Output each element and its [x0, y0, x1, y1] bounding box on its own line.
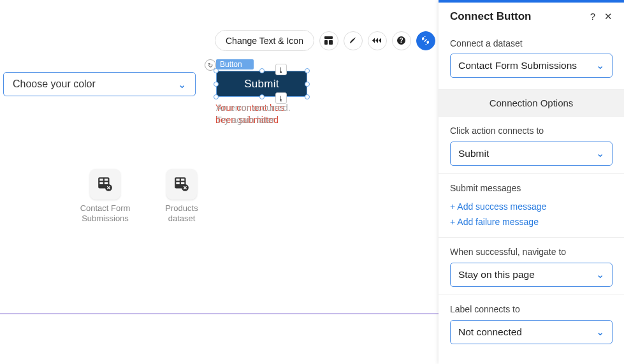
add-failure-message-link[interactable]: + Add failure message: [450, 214, 613, 229]
editor-canvas[interactable]: Choose your color ⌄ Change Text & Icon ?…: [0, 0, 439, 364]
click-action-label: Click action connects to: [450, 126, 613, 136]
help-icon[interactable]: ?: [392, 31, 411, 50]
svg-rect-0: [324, 36, 333, 39]
resize-handle[interactable]: [305, 82, 310, 87]
element-type-tag: Button: [216, 59, 254, 69]
label-connects-dropdown[interactable]: Not connected ⌄: [450, 320, 613, 344]
svg-rect-1: [324, 40, 328, 45]
failure-message-overlay: An error occurred. Try again later: [216, 102, 308, 126]
navigate-section: When successful, navigate to Stay on thi…: [439, 238, 624, 295]
label-connects-value: Not connected: [458, 326, 596, 338]
connect-panel: Connect Button ? ✕ Connect a dataset Con…: [439, 0, 624, 364]
chevron-down-icon: ⌄: [596, 148, 604, 159]
chevron-down-icon: ⌄: [178, 78, 186, 91]
svg-rect-15: [181, 182, 184, 184]
section-divider: [0, 313, 439, 314]
animation-icon[interactable]: [368, 31, 387, 50]
resize-handle[interactable]: [259, 68, 265, 73]
chevron-down-icon: ⌄: [596, 60, 604, 71]
connect-data-icon[interactable]: [416, 31, 435, 50]
svg-text:?: ?: [400, 37, 403, 44]
layout-icon[interactable]: [319, 31, 338, 50]
svg-rect-7: [105, 178, 108, 180]
dataset-item[interactable]: Products dataset: [156, 169, 207, 223]
navigate-dropdown[interactable]: Stay on this page ⌄: [450, 263, 613, 287]
svg-rect-14: [176, 182, 179, 184]
resize-handle[interactable]: [305, 94, 310, 99]
navigate-value: Stay on this page: [458, 269, 596, 280]
change-text-icon-button[interactable]: Change Text & Icon: [215, 30, 314, 51]
dataset-label: Contact Form Submissions: [80, 203, 131, 223]
navigate-label: When successful, navigate to: [450, 247, 613, 257]
label-connects-section: Label connects to Not connected ⌄: [439, 295, 624, 352]
chevron-down-icon: ⌄: [596, 269, 604, 280]
resize-handle[interactable]: [305, 68, 310, 73]
svg-rect-13: [181, 178, 184, 180]
color-dropdown[interactable]: Choose your color ⌄: [3, 72, 196, 96]
chevron-down-icon: ⌄: [596, 326, 604, 338]
submit-button-element[interactable]: Submit: [216, 71, 307, 97]
connection-options-header: Connection Options: [439, 89, 624, 117]
connect-dataset-label: Connect a dataset: [450, 38, 613, 48]
svg-rect-2: [329, 40, 333, 45]
close-icon[interactable]: ✕: [604, 11, 613, 22]
connect-dataset-value: Contact Form Submissions: [458, 60, 596, 71]
svg-rect-8: [99, 182, 103, 184]
panel-scroll[interactable]: Click action connects to Submit ⌄ Submit…: [439, 117, 624, 364]
svg-rect-12: [176, 178, 179, 180]
label-connects-label: Label connects to: [450, 304, 613, 314]
submit-messages-section: Submit messages + Add success message + …: [439, 174, 624, 238]
download-marker-top-icon[interactable]: ⭳: [275, 64, 287, 75]
color-dropdown-placeholder: Choose your color: [13, 78, 96, 90]
resize-handle[interactable]: [259, 94, 265, 99]
panel-header: Connect Button ? ✕: [439, 3, 624, 32]
dataset-item[interactable]: Contact Form Submissions: [80, 169, 131, 223]
connect-dataset-section: Connect a dataset Contact Form Submissio…: [439, 32, 624, 89]
submit-button-label: Submit: [244, 78, 279, 91]
element-toolbar: Change Text & Icon ?: [215, 30, 435, 51]
change-text-label: Change Text & Icon: [226, 36, 303, 46]
connect-dataset-dropdown[interactable]: Contact Form Submissions ⌄: [450, 54, 613, 78]
click-action-value: Submit: [458, 148, 596, 159]
dataset-label: Products dataset: [156, 203, 207, 223]
help-icon[interactable]: ?: [590, 11, 595, 22]
resize-handle[interactable]: [214, 94, 219, 99]
svg-rect-9: [105, 182, 108, 184]
dataset-icon: [166, 169, 197, 200]
datasets-group: Contact Form Submissions Products datase…: [80, 169, 207, 223]
click-action-section: Click action connects to Submit ⌄: [439, 117, 624, 174]
dataset-icon: [90, 169, 120, 200]
panel-title: Connect Button: [450, 10, 531, 23]
add-success-message-link[interactable]: + Add success message: [450, 199, 613, 214]
design-brush-icon[interactable]: [344, 31, 363, 50]
resize-handle[interactable]: [214, 68, 219, 73]
resize-handle[interactable]: [214, 82, 219, 87]
svg-rect-6: [99, 178, 103, 180]
submit-messages-label: Submit messages: [450, 183, 613, 193]
selected-element[interactable]: ↻ Button Submit ⭳ ⭳: [216, 71, 307, 97]
click-action-dropdown[interactable]: Submit ⌄: [450, 142, 613, 166]
